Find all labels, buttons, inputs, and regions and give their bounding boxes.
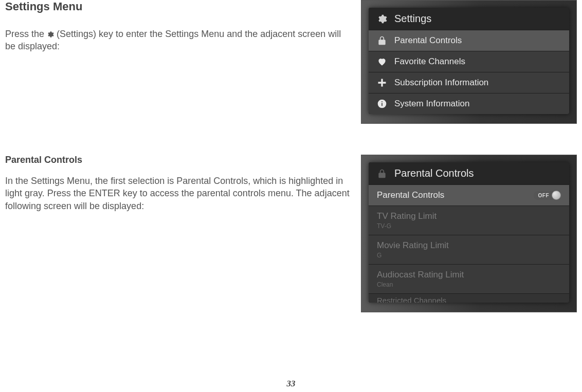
menu-header: Settings — [369, 8, 569, 30]
menu-header-label: Settings — [394, 13, 431, 25]
paragraph-settings-menu: Press the (Settings) key to enter the Se… — [5, 28, 351, 53]
row-label: Restricted Channels — [377, 296, 446, 303]
menu-panel: Settings Parental Controls Favorite Chan… — [369, 8, 569, 114]
section-parental-controls: Parental Controls In the Settings Menu, … — [5, 155, 577, 312]
screenshot-bg: Parental Controls Parental Controls OFF … — [361, 155, 576, 312]
paragraph-parental-controls: In the Settings Menu, the first selectio… — [5, 175, 351, 212]
info-icon — [377, 99, 387, 109]
svg-rect-2 — [381, 101, 383, 102]
menu-item-favorite-channels[interactable]: Favorite Channels — [369, 51, 569, 72]
toggle-row-label: Parental Controls — [377, 190, 444, 200]
toggle-switch[interactable]: OFF — [534, 191, 561, 200]
menu-panel: Parental Controls Parental Controls OFF … — [369, 162, 569, 303]
menu-item-system-information[interactable]: System Information — [369, 93, 569, 114]
menu-item-parental-controls[interactable]: Parental Controls — [369, 30, 569, 51]
plus-icon — [377, 78, 387, 88]
row-label: Audiocast Rating Limit — [377, 270, 464, 279]
row-sublabel: G — [377, 252, 449, 259]
heading-settings-menu: Settings Menu — [5, 0, 351, 13]
gear-icon — [377, 14, 387, 24]
screenshot-frame: Settings Parental Controls Favorite Chan… — [361, 0, 577, 124]
menu-item-label: Parental Controls — [394, 35, 462, 46]
row-movie-rating-limit[interactable]: Movie Rating Limit G — [369, 235, 569, 264]
gear-icon — [47, 29, 54, 36]
menu-item-label: Subscription Information — [394, 78, 488, 88]
para-frag-b: (Settings) key to enter the Settings Men… — [5, 29, 341, 51]
row-content: Audiocast Rating Limit Clean — [377, 270, 464, 288]
menu-item-subscription-information[interactable]: Subscription Information — [369, 72, 569, 93]
lock-icon — [377, 169, 387, 179]
row-audiocast-rating-limit[interactable]: Audiocast Rating Limit Clean — [369, 264, 569, 293]
svg-rect-1 — [381, 103, 383, 106]
toggle-state-label: OFF — [534, 191, 553, 200]
toggle-row-parental-controls[interactable]: Parental Controls OFF — [369, 184, 569, 206]
row-content: TV Rating Limit TV-G — [377, 211, 436, 230]
row-label: Movie Rating Limit — [377, 240, 449, 250]
gear-icon-svg — [47, 31, 54, 38]
menu-item-label: Favorite Channels — [394, 57, 465, 67]
row-label: TV Rating Limit — [377, 211, 436, 221]
text-column: Parental Controls In the Settings Menu, … — [5, 155, 351, 312]
row-content: Movie Rating Limit G — [377, 240, 449, 259]
row-sublabel: Clean — [377, 281, 464, 288]
heart-icon — [377, 57, 387, 67]
screenshot-settings-menu: Settings Parental Controls Favorite Chan… — [361, 0, 577, 124]
text-column: Settings Menu Press the (Settings) key t… — [5, 0, 351, 124]
page-number: 33 — [0, 379, 582, 389]
screenshot-bg: Settings Parental Controls Favorite Chan… — [361, 1, 576, 123]
lock-icon — [377, 35, 387, 46]
row-restricted-channels-cut: Restricted Channels — [369, 293, 569, 303]
toggle-knob — [552, 191, 561, 200]
row-sublabel: TV-G — [377, 222, 436, 230]
section-settings-menu: Settings Menu Press the (Settings) key t… — [5, 0, 577, 124]
menu-header: Parental Controls — [369, 162, 569, 184]
menu-header-label: Parental Controls — [394, 167, 474, 179]
menu-item-label: System Information — [394, 99, 469, 109]
screenshot-frame: Parental Controls Parental Controls OFF … — [361, 155, 577, 312]
para-frag-a: Press the — [5, 29, 47, 39]
heading-parental-controls: Parental Controls — [5, 155, 351, 165]
screenshot-parental-controls: Parental Controls Parental Controls OFF … — [361, 155, 577, 312]
row-tv-rating-limit[interactable]: TV Rating Limit TV-G — [369, 206, 569, 235]
